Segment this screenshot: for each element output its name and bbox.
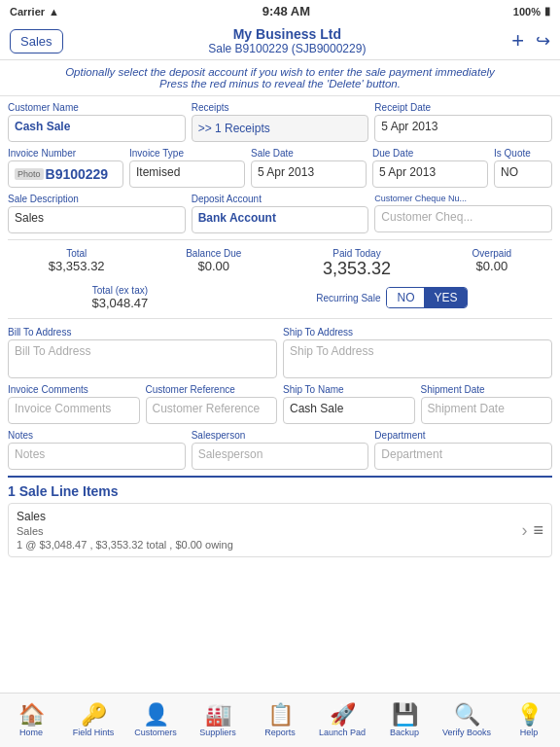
shipment-date-group: Shipment Date Shipment Date — [421, 384, 553, 424]
due-date-value[interactable]: 5 Apr 2013 — [372, 160, 488, 188]
chevron-right-icon: › — [521, 520, 527, 541]
nav-home[interactable]: 🏠 Home — [0, 704, 62, 737]
line-item-subtitle: Sales — [17, 525, 515, 537]
sale-date-group: Sale Date 5 Apr 2013 — [251, 148, 367, 188]
bill-to-value[interactable]: Bill To Address — [8, 339, 277, 378]
notes-row: Notes Notes Salesperson Salesperson Depa… — [8, 430, 552, 470]
invoice-number-value[interactable]: Photo B9100229 — [8, 160, 123, 188]
shipment-date-label: Shipment Date — [421, 384, 553, 395]
nav-field-hints[interactable]: 🔑 Field Hints — [62, 704, 124, 737]
line-item-detail: 1 @ $3,048.47 , $3,353.32 total , $0.00 … — [17, 539, 515, 551]
nav-reports[interactable]: 📋 Reports — [249, 704, 311, 737]
nav-field-hints-label: Field Hints — [73, 728, 115, 737]
is-quote-group: Is Quote NO — [494, 148, 552, 188]
toggle-group: NO YES — [386, 287, 468, 308]
totals-row2: Total (ex tax) $3,048.47 Recurring Sale … — [8, 285, 552, 310]
reports-icon: 📋 — [267, 704, 294, 726]
total-item: Total $3,353.32 — [49, 248, 105, 279]
sale-description-value[interactable]: Sales — [8, 206, 186, 233]
notes-group: Notes Notes — [8, 430, 186, 470]
customer-cheque-value[interactable]: Customer Cheq... — [374, 205, 552, 232]
battery-icon: ▮ — [544, 5, 550, 18]
status-right: 100% ▮ — [513, 5, 550, 18]
receipts-label: Receipts — [192, 102, 369, 113]
banner-line1: Optionally select the deposit account if… — [12, 66, 548, 78]
back-button[interactable]: Sales — [10, 29, 63, 53]
nav-backup[interactable]: 💾 Backup — [373, 704, 436, 737]
salesperson-value[interactable]: Salesperson — [192, 443, 369, 470]
share-button[interactable]: ↪ — [536, 32, 550, 50]
nav-launch-pad[interactable]: 🚀 Launch Pad — [311, 704, 373, 737]
salesperson-group: Salesperson Salesperson — [192, 430, 369, 470]
customer-reference-value[interactable]: Customer Reference — [146, 397, 278, 424]
toggle-yes-button[interactable]: YES — [424, 288, 467, 307]
line-items-header: 1 Sale Line Items — [8, 478, 552, 503]
sale-date-label: Sale Date — [251, 148, 367, 159]
ship-to-name-value[interactable]: Cash Sale — [283, 397, 415, 424]
customer-name-group: Customer Name Cash Sale — [8, 102, 186, 142]
invoice-comments-value[interactable]: Invoice Comments — [8, 397, 140, 424]
invoice-number-group: Invoice Number Photo B9100229 — [8, 148, 123, 188]
paid-today-value[interactable]: 3,353.32 — [323, 259, 391, 279]
department-label: Department — [374, 430, 552, 441]
customer-name-value[interactable]: Cash Sale — [8, 115, 186, 142]
sale-date-value[interactable]: 5 Apr 2013 — [251, 160, 367, 188]
total-value: $3,353.32 — [49, 259, 105, 273]
deposit-account-value[interactable]: Bank Account — [192, 206, 369, 233]
bill-to-label: Bill To Address — [8, 327, 277, 338]
shipment-date-value[interactable]: Shipment Date — [421, 397, 553, 424]
toggle-no-button[interactable]: NO — [387, 288, 424, 307]
nav-suppliers[interactable]: 🏭 Suppliers — [187, 704, 249, 737]
help-icon: 💡 — [516, 704, 542, 726]
is-quote-value[interactable]: NO — [494, 160, 552, 188]
deposit-account-group: Deposit Account Bank Account — [192, 194, 369, 233]
nav-launch-pad-label: Launch Pad — [319, 728, 366, 737]
launch-pad-icon: 🚀 — [330, 704, 356, 726]
paid-today-label: Paid Today — [323, 248, 391, 259]
table-row[interactable]: Sales Sales 1 @ $3,048.47 , $3,353.32 to… — [8, 503, 552, 557]
customers-icon: 👤 — [143, 704, 169, 726]
receipt-date-label: Receipt Date — [374, 102, 552, 113]
receipts-group: Receipts >> 1 Receipts — [192, 102, 369, 142]
is-quote-label: Is Quote — [494, 148, 552, 159]
sale-description-group: Sale Description Sales — [8, 194, 186, 233]
nav-help[interactable]: 💡 Help — [498, 704, 560, 737]
header-title: My Business Ltd Sale B9100229 (SJB900022… — [208, 26, 366, 55]
backup-icon: 💾 — [392, 704, 418, 726]
status-bar: Carrier ▲ 9:48 AM 100% ▮ — [0, 0, 560, 22]
invoice-number-label: Invoice Number — [8, 148, 123, 159]
invoice-num-display: B9100229 — [46, 166, 109, 182]
ship-to-address-value[interactable]: Ship To Address — [283, 339, 552, 378]
overpaid-item: Overpaid $0.00 — [472, 248, 512, 279]
notes-value[interactable]: Notes — [8, 443, 186, 470]
total-ex-tax-value: $3,048.47 — [91, 296, 148, 310]
menu-icon[interactable]: ≡ — [533, 520, 543, 541]
notes-label: Notes — [8, 430, 186, 441]
receipts-value[interactable]: >> 1 Receipts — [192, 115, 369, 142]
total-label: Total — [49, 248, 105, 259]
deposit-account-label: Deposit Account — [192, 194, 369, 204]
total-ex-tax-label: Total (ex tax) — [91, 285, 148, 296]
receipt-date-value[interactable]: 5 Apr 2013 — [374, 115, 552, 142]
overpaid-value: $0.00 — [472, 259, 512, 273]
invoice-type-label: Invoice Type — [129, 148, 245, 159]
add-button[interactable]: + — [511, 30, 524, 52]
department-group: Department Department — [374, 430, 552, 470]
photo-label: Photo — [15, 168, 44, 180]
overpaid-label: Overpaid — [472, 248, 512, 259]
banner-line2: Press the red minus to reveal the 'Delet… — [12, 78, 548, 89]
totals-row1: Total $3,353.32 Balance Due $0.00 Paid T… — [8, 248, 552, 279]
header: Sales My Business Ltd Sale B9100229 (SJB… — [0, 22, 560, 60]
line-items-section: 1 Sale Line Items Sales Sales 1 @ $3,048… — [8, 476, 552, 557]
nav-customers[interactable]: 👤 Customers — [124, 704, 187, 737]
ship-to-address-label: Ship To Address — [283, 327, 552, 338]
invoice-type-value[interactable]: Itemised — [129, 160, 245, 188]
department-value[interactable]: Department — [374, 443, 552, 470]
receipt-date-group: Receipt Date 5 Apr 2013 — [374, 102, 552, 142]
nav-suppliers-label: Suppliers — [199, 728, 236, 737]
salesperson-label: Salesperson — [192, 430, 369, 441]
nav-verify-books[interactable]: 🔍 Verify Books — [436, 704, 498, 737]
status-left: Carrier ▲ — [10, 6, 59, 18]
bill-to-group: Bill To Address Bill To Address — [8, 327, 277, 378]
nav-verify-books-label: Verify Books — [442, 728, 491, 737]
